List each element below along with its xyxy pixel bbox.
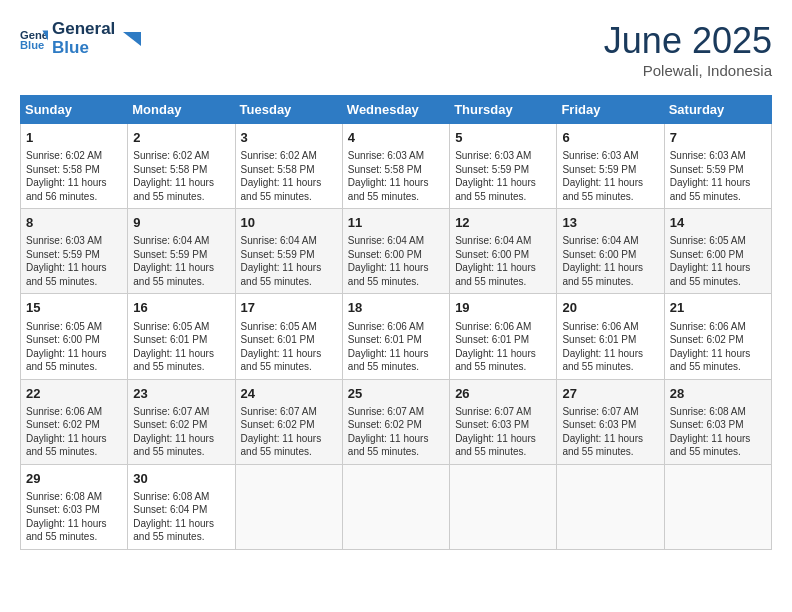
table-row: 13Sunrise: 6:04 AMSunset: 6:00 PMDayligh…: [557, 209, 664, 294]
day-number: 12: [455, 214, 551, 232]
table-row: 14Sunrise: 6:05 AMSunset: 6:00 PMDayligh…: [664, 209, 771, 294]
day-info: Sunrise: 6:03 AMSunset: 5:58 PMDaylight:…: [348, 149, 444, 203]
calendar-week-row: 1Sunrise: 6:02 AMSunset: 5:58 PMDaylight…: [21, 124, 772, 209]
day-info: Sunrise: 6:05 AMSunset: 6:00 PMDaylight:…: [670, 234, 766, 288]
logo-general: General: [52, 20, 115, 39]
day-number: 9: [133, 214, 229, 232]
day-info: Sunrise: 6:06 AMSunset: 6:01 PMDaylight:…: [455, 320, 551, 374]
day-info: Sunrise: 6:04 AMSunset: 6:00 PMDaylight:…: [455, 234, 551, 288]
day-info: Sunrise: 6:02 AMSunset: 5:58 PMDaylight:…: [241, 149, 337, 203]
day-number: 15: [26, 299, 122, 317]
table-row: 7Sunrise: 6:03 AMSunset: 5:59 PMDaylight…: [664, 124, 771, 209]
day-number: 24: [241, 385, 337, 403]
day-info: Sunrise: 6:08 AMSunset: 6:03 PMDaylight:…: [670, 405, 766, 459]
header-tuesday: Tuesday: [235, 96, 342, 124]
day-number: 7: [670, 129, 766, 147]
table-row: [450, 464, 557, 549]
table-row: 22Sunrise: 6:06 AMSunset: 6:02 PMDayligh…: [21, 379, 128, 464]
day-info: Sunrise: 6:06 AMSunset: 6:01 PMDaylight:…: [348, 320, 444, 374]
table-row: 29Sunrise: 6:08 AMSunset: 6:03 PMDayligh…: [21, 464, 128, 549]
table-row: [235, 464, 342, 549]
logo-arrow-icon: [119, 28, 141, 50]
day-number: 1: [26, 129, 122, 147]
day-number: 13: [562, 214, 658, 232]
month-title: June 2025: [604, 20, 772, 62]
day-info: Sunrise: 6:08 AMSunset: 6:03 PMDaylight:…: [26, 490, 122, 544]
day-info: Sunrise: 6:03 AMSunset: 5:59 PMDaylight:…: [455, 149, 551, 203]
table-row: [342, 464, 449, 549]
table-row: [557, 464, 664, 549]
table-row: 30Sunrise: 6:08 AMSunset: 6:04 PMDayligh…: [128, 464, 235, 549]
table-row: 24Sunrise: 6:07 AMSunset: 6:02 PMDayligh…: [235, 379, 342, 464]
table-row: 25Sunrise: 6:07 AMSunset: 6:02 PMDayligh…: [342, 379, 449, 464]
table-row: 23Sunrise: 6:07 AMSunset: 6:02 PMDayligh…: [128, 379, 235, 464]
logo: General Blue General Blue: [20, 20, 141, 57]
day-info: Sunrise: 6:06 AMSunset: 6:01 PMDaylight:…: [562, 320, 658, 374]
table-row: 2Sunrise: 6:02 AMSunset: 5:58 PMDaylight…: [128, 124, 235, 209]
table-row: 12Sunrise: 6:04 AMSunset: 6:00 PMDayligh…: [450, 209, 557, 294]
day-info: Sunrise: 6:03 AMSunset: 5:59 PMDaylight:…: [26, 234, 122, 288]
day-info: Sunrise: 6:02 AMSunset: 5:58 PMDaylight:…: [133, 149, 229, 203]
day-number: 21: [670, 299, 766, 317]
day-info: Sunrise: 6:03 AMSunset: 5:59 PMDaylight:…: [562, 149, 658, 203]
day-number: 3: [241, 129, 337, 147]
table-row: 4Sunrise: 6:03 AMSunset: 5:58 PMDaylight…: [342, 124, 449, 209]
table-row: 15Sunrise: 6:05 AMSunset: 6:00 PMDayligh…: [21, 294, 128, 379]
table-row: 21Sunrise: 6:06 AMSunset: 6:02 PMDayligh…: [664, 294, 771, 379]
location-subtitle: Polewali, Indonesia: [604, 62, 772, 79]
table-row: 19Sunrise: 6:06 AMSunset: 6:01 PMDayligh…: [450, 294, 557, 379]
table-row: 27Sunrise: 6:07 AMSunset: 6:03 PMDayligh…: [557, 379, 664, 464]
table-row: 26Sunrise: 6:07 AMSunset: 6:03 PMDayligh…: [450, 379, 557, 464]
day-info: Sunrise: 6:04 AMSunset: 6:00 PMDaylight:…: [348, 234, 444, 288]
day-number: 18: [348, 299, 444, 317]
day-number: 23: [133, 385, 229, 403]
day-info: Sunrise: 6:02 AMSunset: 5:58 PMDaylight:…: [26, 149, 122, 203]
day-number: 29: [26, 470, 122, 488]
calendar-week-row: 15Sunrise: 6:05 AMSunset: 6:00 PMDayligh…: [21, 294, 772, 379]
header-thursday: Thursday: [450, 96, 557, 124]
day-number: 22: [26, 385, 122, 403]
day-info: Sunrise: 6:06 AMSunset: 6:02 PMDaylight:…: [670, 320, 766, 374]
day-number: 2: [133, 129, 229, 147]
day-info: Sunrise: 6:04 AMSunset: 5:59 PMDaylight:…: [241, 234, 337, 288]
header-friday: Friday: [557, 96, 664, 124]
table-row: 5Sunrise: 6:03 AMSunset: 5:59 PMDaylight…: [450, 124, 557, 209]
day-number: 19: [455, 299, 551, 317]
day-number: 6: [562, 129, 658, 147]
svg-marker-3: [123, 32, 141, 46]
day-info: Sunrise: 6:05 AMSunset: 6:01 PMDaylight:…: [133, 320, 229, 374]
table-row: 17Sunrise: 6:05 AMSunset: 6:01 PMDayligh…: [235, 294, 342, 379]
day-number: 20: [562, 299, 658, 317]
day-number: 11: [348, 214, 444, 232]
day-info: Sunrise: 6:07 AMSunset: 6:03 PMDaylight:…: [455, 405, 551, 459]
table-row: 10Sunrise: 6:04 AMSunset: 5:59 PMDayligh…: [235, 209, 342, 294]
day-number: 5: [455, 129, 551, 147]
day-info: Sunrise: 6:06 AMSunset: 6:02 PMDaylight:…: [26, 405, 122, 459]
table-row: 3Sunrise: 6:02 AMSunset: 5:58 PMDaylight…: [235, 124, 342, 209]
table-row: 6Sunrise: 6:03 AMSunset: 5:59 PMDaylight…: [557, 124, 664, 209]
day-number: 28: [670, 385, 766, 403]
day-info: Sunrise: 6:05 AMSunset: 6:00 PMDaylight:…: [26, 320, 122, 374]
day-number: 4: [348, 129, 444, 147]
table-row: 1Sunrise: 6:02 AMSunset: 5:58 PMDaylight…: [21, 124, 128, 209]
table-row: 18Sunrise: 6:06 AMSunset: 6:01 PMDayligh…: [342, 294, 449, 379]
day-info: Sunrise: 6:08 AMSunset: 6:04 PMDaylight:…: [133, 490, 229, 544]
svg-text:Blue: Blue: [20, 38, 44, 50]
table-row: 28Sunrise: 6:08 AMSunset: 6:03 PMDayligh…: [664, 379, 771, 464]
day-number: 10: [241, 214, 337, 232]
day-info: Sunrise: 6:05 AMSunset: 6:01 PMDaylight:…: [241, 320, 337, 374]
table-row: 9Sunrise: 6:04 AMSunset: 5:59 PMDaylight…: [128, 209, 235, 294]
day-info: Sunrise: 6:04 AMSunset: 5:59 PMDaylight:…: [133, 234, 229, 288]
day-number: 26: [455, 385, 551, 403]
day-number: 25: [348, 385, 444, 403]
table-row: 8Sunrise: 6:03 AMSunset: 5:59 PMDaylight…: [21, 209, 128, 294]
day-number: 16: [133, 299, 229, 317]
calendar-week-row: 29Sunrise: 6:08 AMSunset: 6:03 PMDayligh…: [21, 464, 772, 549]
calendar-table: Sunday Monday Tuesday Wednesday Thursday…: [20, 95, 772, 550]
header-monday: Monday: [128, 96, 235, 124]
day-info: Sunrise: 6:03 AMSunset: 5:59 PMDaylight:…: [670, 149, 766, 203]
day-number: 17: [241, 299, 337, 317]
day-number: 30: [133, 470, 229, 488]
table-row: 16Sunrise: 6:05 AMSunset: 6:01 PMDayligh…: [128, 294, 235, 379]
day-number: 8: [26, 214, 122, 232]
